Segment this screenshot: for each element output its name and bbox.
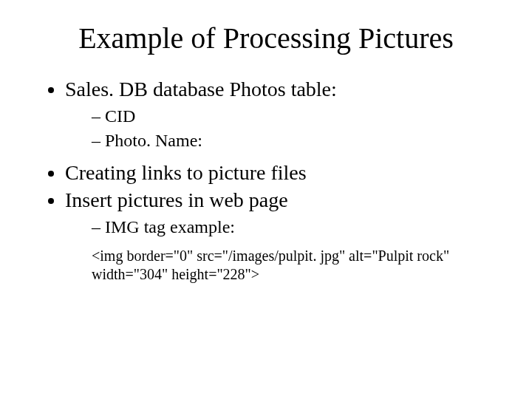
- bullet-item-3: Insert pictures in web page IMG tag exam…: [65, 187, 502, 239]
- bullet-text-1: Sales. DB database Photos table:: [65, 78, 337, 100]
- code-example: <img border="0" src="/images/pulpit. jpg…: [30, 247, 502, 284]
- sub-item-img-tag: IMG tag example:: [92, 216, 502, 239]
- slide: Example of Processing Pictures Sales. DB…: [0, 0, 532, 399]
- bullet-text-3: Insert pictures in web page: [65, 188, 288, 211]
- slide-title: Example of Processing Pictures: [30, 21, 502, 55]
- sub-list-1: CID Photo. Name:: [65, 105, 502, 152]
- sub-item-photoname: Photo. Name:: [92, 129, 502, 152]
- sub-list-3: IMG tag example:: [65, 216, 502, 239]
- bullet-item-1: Sales. DB database Photos table: CID Pho…: [65, 76, 502, 152]
- bullet-list: Sales. DB database Photos table: CID Pho…: [30, 76, 502, 239]
- bullet-item-2: Creating links to picture files: [65, 160, 502, 185]
- sub-item-cid: CID: [92, 105, 502, 128]
